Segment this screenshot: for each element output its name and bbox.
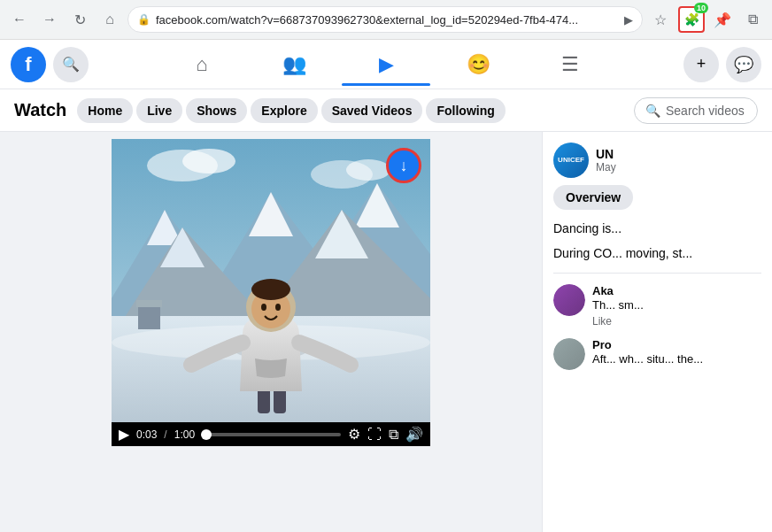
channel-avatar: UNICEF — [553, 143, 589, 178]
settings-button[interactable]: ⚙ — [348, 426, 360, 443]
fullscreen-button[interactable]: ⛶ — [367, 427, 382, 443]
video-search[interactable]: 🔍 Search videos — [634, 97, 758, 124]
comment-text-1: Th... sm... — [592, 297, 761, 313]
right-sidebar: UNICEF UN May Overview Dancing is... Dur… — [542, 132, 772, 532]
menu-icon: ☰ — [561, 53, 579, 76]
svg-rect-15 — [136, 300, 162, 307]
nav-gaming[interactable]: 😊 — [434, 43, 522, 86]
channel-date: May — [596, 161, 761, 173]
svg-point-22 — [275, 304, 281, 311]
channel-info: UNICEF UN May — [553, 143, 761, 178]
fb-logo[interactable]: f — [11, 47, 46, 82]
messenger-icon: 💬 — [734, 55, 753, 74]
divider — [553, 273, 761, 274]
puzzle-icon: 🧩 — [684, 12, 699, 27]
theater-button[interactable]: ⧉ — [389, 427, 398, 443]
bookmark-button[interactable]: ☆ — [648, 7, 673, 32]
channel-name: UN — [596, 147, 761, 161]
watch-nav-bar: Watch Home Live Shows Explore Saved Vide… — [0, 89, 772, 132]
nav-friends[interactable]: 👥 — [250, 43, 338, 86]
create-button[interactable]: + — [683, 47, 719, 82]
comment-content-1: Aka Th... sm... Like — [592, 284, 761, 328]
settings-icon: ⚙ — [348, 426, 360, 443]
svg-point-21 — [261, 304, 266, 311]
friends-icon: 👥 — [282, 53, 306, 76]
fb-header-actions: + 💬 — [683, 47, 761, 82]
home-icon: ⌂ — [196, 53, 207, 76]
reload-button[interactable]: ↻ — [67, 7, 92, 32]
browser-toolbar: ← → ↻ ⌂ 🔒 facebook.com/watch?v=668737093… — [0, 0, 772, 39]
nav-watch[interactable]: ▶ — [342, 43, 430, 86]
progress-bar[interactable] — [202, 433, 341, 436]
time-separator: / — [164, 428, 166, 441]
nav-menu[interactable]: ☰ — [526, 43, 614, 86]
fb-search-button[interactable]: 🔍 — [53, 47, 89, 82]
download-overlay: ↓ — [386, 148, 421, 183]
watch-icon: ▶ — [379, 53, 394, 76]
nav-home[interactable]: ⌂ — [158, 43, 246, 86]
progress-thumb — [201, 429, 212, 440]
forward-button[interactable]: → — [37, 7, 62, 32]
avatar-gray — [553, 338, 585, 370]
comment-content-2: Pro Aft... wh... situ... the... — [592, 338, 761, 370]
svg-point-2 — [182, 149, 235, 173]
browser-chrome: ← → ↻ ⌂ 🔒 facebook.com/watch?v=668737093… — [0, 0, 772, 40]
download-button[interactable]: ↓ — [386, 148, 421, 183]
comment-item-2: Pro Aft... wh... situ... the... — [553, 338, 761, 370]
volume-button[interactable]: 🔊 — [405, 426, 423, 443]
nav-explore-btn[interactable]: Explore — [251, 98, 317, 123]
comment-like-1[interactable]: Like — [592, 315, 761, 328]
video-frame[interactable]: ↓ — [112, 139, 430, 422]
search-label: Search videos — [666, 104, 745, 118]
extension-badge: 10 — [694, 3, 708, 13]
messenger-button[interactable]: 💬 — [726, 47, 761, 82]
nav-shows-btn[interactable]: Shows — [186, 98, 247, 123]
description-1: Dancing is... — [553, 220, 761, 238]
nav-live-btn[interactable]: Live — [136, 98, 182, 123]
comment-avatar-1 — [553, 284, 585, 316]
download-icon: ↓ — [400, 157, 408, 175]
fullscreen-icon: ⛶ — [367, 427, 382, 443]
watch-title: Watch — [14, 100, 66, 120]
nav-following-btn[interactable]: Following — [426, 98, 505, 123]
channel-name-area: UN May — [596, 147, 761, 173]
svg-point-4 — [346, 159, 390, 181]
fb-header: f 🔍 ⌂ 👥 ▶ 😊 ☰ + 💬 — [0, 40, 772, 89]
comment-author-1: Aka — [592, 284, 761, 297]
fb-nav: ⌂ 👥 ▶ 😊 ☰ — [96, 43, 676, 86]
address-text: facebook.com/watch?v=668737093962730&ext… — [156, 13, 619, 27]
channel-logo: UNICEF — [558, 156, 584, 165]
theater-icon: ⧉ — [389, 427, 398, 443]
current-time: 0:03 — [136, 428, 157, 441]
comment-text-2: Aft... wh... situ... the... — [592, 351, 761, 367]
home-button[interactable]: ⌂ — [97, 7, 122, 32]
pin-button[interactable]: 📌 — [710, 7, 735, 32]
play-button[interactable]: ▶ — [119, 426, 129, 443]
video-container: ↓ ▶ 0:03 / 1:00 ⚙ ⛶ — [112, 139, 430, 446]
video-scene — [112, 139, 430, 422]
comment-item: Aka Th... sm... Like — [553, 284, 761, 328]
video-controls: ▶ 0:03 / 1:00 ⚙ ⛶ ⧉ 🔊 — [112, 422, 430, 446]
main-content: ↓ ▶ 0:03 / 1:00 ⚙ ⛶ — [0, 132, 772, 532]
address-bar[interactable]: 🔒 facebook.com/watch?v=668737093962730&e… — [127, 6, 643, 33]
overview-button[interactable]: Overview — [553, 185, 633, 210]
svg-point-23 — [251, 279, 290, 300]
search-icon: 🔍 — [645, 104, 660, 118]
nav-home-btn[interactable]: Home — [77, 98, 133, 123]
description-2: During CO... moving, st... — [553, 245, 761, 263]
play-icon: ▶ — [119, 426, 129, 443]
comment-avatar-2 — [553, 338, 585, 370]
lock-icon: 🔒 — [137, 13, 151, 26]
total-time: 1:00 — [174, 428, 195, 441]
volume-icon: 🔊 — [405, 426, 423, 443]
nav-saved-btn[interactable]: Saved Videos — [321, 98, 423, 123]
extensions-button[interactable]: 🧩 10 — [678, 6, 705, 33]
split-button[interactable]: ⧉ — [740, 7, 765, 32]
search-icon: 🔍 — [62, 56, 80, 73]
avatar-purple — [553, 284, 585, 316]
back-button[interactable]: ← — [7, 7, 32, 32]
plus-icon: + — [697, 55, 706, 73]
gaming-icon: 😊 — [467, 53, 490, 76]
video-area: ↓ ▶ 0:03 / 1:00 ⚙ ⛶ — [0, 132, 542, 532]
navigate-icon: ▶ — [624, 13, 633, 27]
